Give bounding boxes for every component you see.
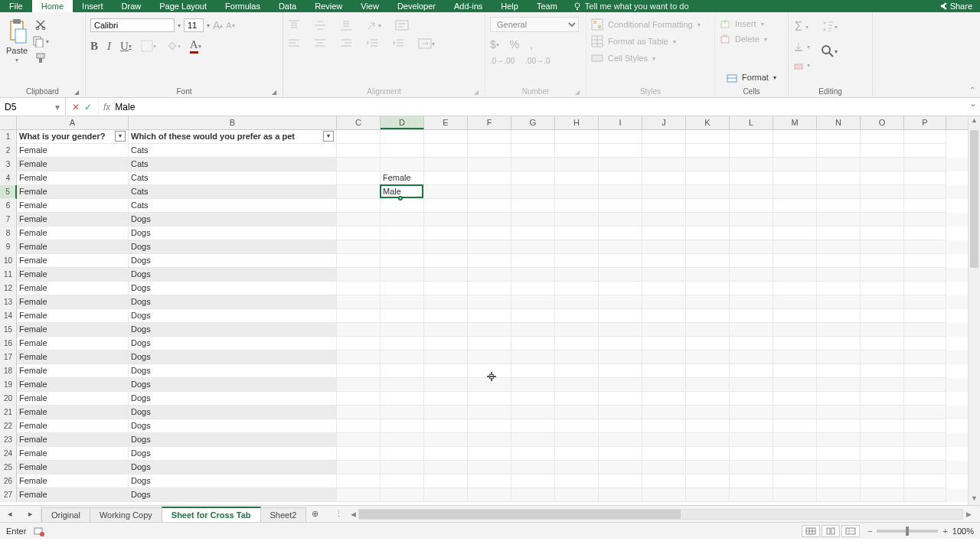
cell[interactable] [468, 419, 511, 433]
cell[interactable] [511, 350, 555, 364]
cell[interactable] [686, 461, 730, 474]
cell[interactable] [730, 461, 773, 474]
cell[interactable] [817, 268, 861, 282]
cell[interactable] [555, 378, 599, 392]
vertical-scrollbar[interactable]: ▲ ▼ [968, 116, 980, 505]
cell[interactable] [730, 474, 773, 488]
cell[interactable] [468, 433, 511, 447]
cell[interactable] [424, 144, 468, 158]
cell[interactable] [861, 461, 904, 474]
tab-data[interactable]: Data [270, 0, 305, 12]
cell[interactable] [599, 185, 642, 199]
cell[interactable] [337, 199, 381, 213]
format-cells-button[interactable]: Format▾ [720, 72, 783, 86]
cell[interactable] [773, 295, 817, 309]
cell[interactable] [861, 295, 904, 309]
cell[interactable]: Female [17, 406, 129, 419]
cell[interactable] [511, 488, 555, 502]
cell[interactable] [337, 461, 381, 474]
view-page-break-button[interactable] [841, 525, 860, 537]
filter-button-a[interactable]: ▾ [115, 131, 126, 142]
row-header-17[interactable]: 17 [0, 350, 17, 364]
name-box-input[interactable] [0, 102, 52, 112]
cell[interactable] [904, 213, 946, 227]
cell[interactable] [511, 158, 555, 171]
cell[interactable] [468, 488, 511, 502]
comma-button[interactable]: , [530, 38, 533, 51]
cell[interactable] [337, 144, 381, 158]
cell[interactable] [730, 337, 773, 350]
cell[interactable] [337, 213, 381, 227]
cell[interactable] [555, 130, 599, 144]
cell[interactable] [424, 199, 468, 213]
cell[interactable] [642, 282, 686, 295]
cell[interactable] [730, 295, 773, 309]
cell[interactable] [817, 474, 861, 488]
col-header-f[interactable]: F [468, 116, 511, 129]
cell[interactable] [599, 378, 642, 392]
cell[interactable] [555, 461, 599, 474]
cell[interactable] [861, 392, 904, 406]
tell-me-input[interactable]: Tell me what you want to do [573, 2, 689, 11]
number-format-select[interactable]: General [490, 17, 579, 32]
cell[interactable] [599, 254, 642, 268]
sheet-tab-sheet2[interactable]: Sheet2 [260, 507, 307, 522]
cell[interactable] [555, 171, 599, 185]
cell[interactable] [337, 130, 381, 144]
cell[interactable] [555, 240, 599, 254]
cell[interactable]: Dogs [129, 309, 337, 323]
cell[interactable] [730, 268, 773, 282]
cell[interactable] [599, 323, 642, 337]
cell[interactable] [555, 213, 599, 227]
cell[interactable] [381, 364, 424, 378]
cell[interactable] [511, 185, 555, 199]
cell[interactable] [904, 392, 946, 406]
cell[interactable] [511, 282, 555, 295]
sheet-tab-sheet-for-cross-tab[interactable]: Sheet for Cross Tab [162, 507, 261, 522]
cell[interactable] [555, 185, 599, 199]
cell[interactable] [424, 419, 468, 433]
cell[interactable] [599, 295, 642, 309]
cell[interactable] [424, 227, 468, 240]
zoom-in-button[interactable]: + [942, 527, 947, 536]
cell[interactable] [686, 171, 730, 185]
cell[interactable] [904, 406, 946, 419]
cell[interactable] [424, 350, 468, 364]
cell[interactable] [337, 254, 381, 268]
autosum-button[interactable]: Σ▾ [793, 20, 810, 34]
cell[interactable] [424, 406, 468, 419]
decrease-decimal-button[interactable]: .00→.0 [525, 57, 550, 65]
cell[interactable] [817, 323, 861, 337]
cell[interactable] [468, 323, 511, 337]
cell[interactable] [468, 268, 511, 282]
cell[interactable] [381, 268, 424, 282]
cell[interactable] [817, 488, 861, 502]
cell[interactable] [337, 364, 381, 378]
cell[interactable] [817, 447, 861, 461]
cell[interactable] [599, 364, 642, 378]
cell[interactable] [686, 144, 730, 158]
cell[interactable]: Female [17, 227, 129, 240]
cell[interactable] [773, 488, 817, 502]
spreadsheet-grid[interactable]: ABCDEFGHIJKLMNOP 1What is your gender?▾W… [0, 116, 980, 505]
cell[interactable]: Female [17, 171, 129, 185]
cell[interactable] [468, 158, 511, 171]
cell[interactable] [468, 378, 511, 392]
cell[interactable]: Female [17, 158, 129, 171]
delete-cells-button[interactable]: Delete▾ [720, 34, 767, 44]
row-header-13[interactable]: 13 [0, 295, 17, 309]
cell[interactable]: Female [17, 240, 129, 254]
cell[interactable] [773, 392, 817, 406]
cell[interactable] [861, 254, 904, 268]
cell[interactable]: Female [17, 144, 129, 158]
cell[interactable] [381, 419, 424, 433]
cell[interactable] [861, 419, 904, 433]
cell[interactable] [555, 392, 599, 406]
cell[interactable] [861, 350, 904, 364]
cell[interactable] [468, 392, 511, 406]
cell[interactable]: What is your gender?▾ [17, 130, 129, 144]
cell[interactable] [686, 130, 730, 144]
cell[interactable] [904, 227, 946, 240]
scroll-thumb[interactable] [970, 130, 978, 268]
cell[interactable] [381, 199, 424, 213]
